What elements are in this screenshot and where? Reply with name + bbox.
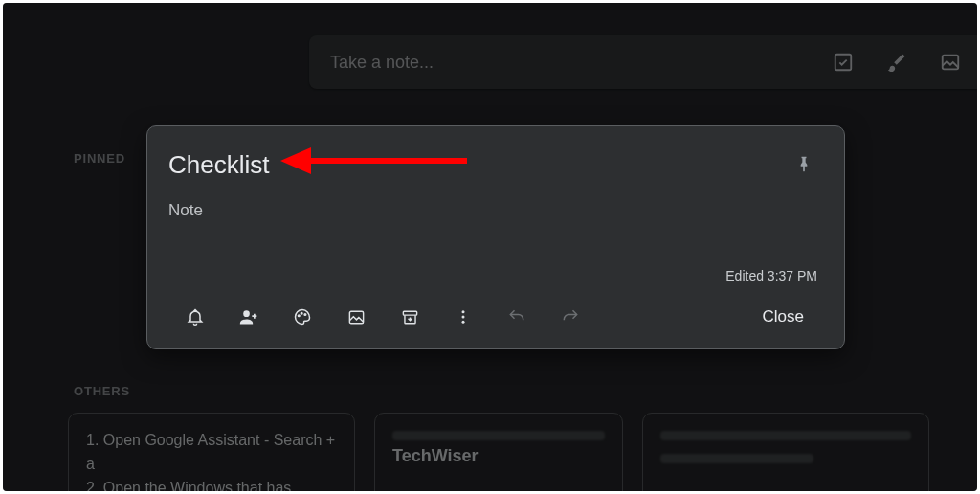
pin-icon bbox=[794, 155, 813, 174]
color-palette-button[interactable] bbox=[276, 296, 329, 338]
redo-button[interactable] bbox=[544, 296, 597, 338]
note-editor-modal: Checklist Note Edited 3:37 PM bbox=[146, 125, 845, 349]
more-options-button[interactable] bbox=[436, 296, 490, 338]
archive-button[interactable] bbox=[383, 296, 436, 338]
undo-icon bbox=[507, 307, 526, 326]
undo-button[interactable] bbox=[490, 296, 544, 338]
bell-icon bbox=[186, 307, 205, 326]
svg-rect-0 bbox=[835, 55, 852, 71]
more-vert-icon bbox=[455, 308, 472, 326]
take-note-placeholder: Take a note... bbox=[330, 53, 816, 73]
svg-point-3 bbox=[298, 315, 300, 317]
svg-point-9 bbox=[462, 316, 465, 319]
note-toolbar: Close bbox=[168, 293, 823, 341]
svg-rect-6 bbox=[349, 311, 363, 324]
checkbox-icon[interactable] bbox=[816, 35, 870, 89]
take-note-bar[interactable]: Take a note... bbox=[309, 35, 977, 89]
remind-me-button[interactable] bbox=[168, 296, 222, 338]
note-card[interactable]: 1. Open Google Assistant - Search + a 2.… bbox=[68, 413, 355, 491]
svg-point-8 bbox=[462, 310, 465, 313]
archive-icon bbox=[401, 308, 419, 326]
add-image-button[interactable] bbox=[329, 296, 383, 338]
collaborator-button[interactable] bbox=[222, 296, 276, 338]
edited-timestamp: Edited 3:37 PM bbox=[168, 268, 823, 283]
brush-icon[interactable] bbox=[870, 35, 924, 89]
section-label-others: OTHERS bbox=[74, 384, 130, 398]
note-card-line: 2. Open the Windows that has bbox=[86, 477, 337, 491]
svg-point-4 bbox=[301, 312, 302, 314]
note-title-input[interactable]: Checklist bbox=[168, 150, 785, 180]
note-card[interactable]: TechWiser bbox=[374, 413, 623, 491]
section-label-pinned: PINNED bbox=[74, 151, 125, 166]
image-icon[interactable] bbox=[924, 35, 977, 89]
note-card-title: TechWiser bbox=[392, 429, 605, 466]
pin-button[interactable] bbox=[785, 146, 823, 184]
note-card-line: 1. Open Google Assistant - Search + a bbox=[86, 429, 337, 477]
redo-icon bbox=[561, 307, 580, 326]
svg-point-2 bbox=[243, 310, 250, 317]
svg-point-10 bbox=[462, 321, 465, 324]
person-add-icon bbox=[239, 307, 258, 326]
image-icon bbox=[347, 308, 366, 326]
svg-point-5 bbox=[304, 314, 306, 316]
close-button[interactable]: Close bbox=[744, 300, 823, 334]
note-body-input[interactable]: Note bbox=[168, 201, 823, 258]
svg-rect-7 bbox=[403, 311, 416, 315]
note-card[interactable] bbox=[642, 413, 929, 491]
palette-icon bbox=[293, 307, 312, 326]
